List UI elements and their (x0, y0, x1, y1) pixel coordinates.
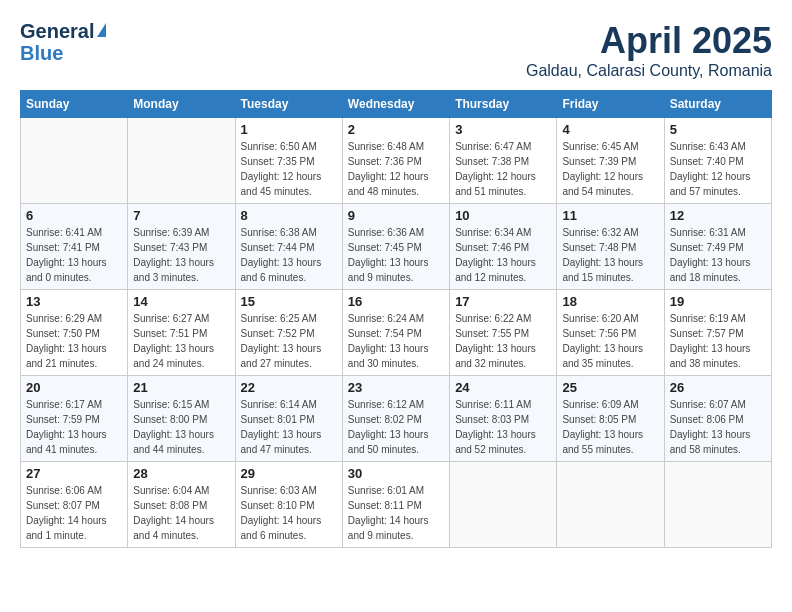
day-info: Sunrise: 6:11 AM Sunset: 8:03 PM Dayligh… (455, 397, 551, 457)
col-header-thursday: Thursday (450, 91, 557, 118)
calendar-subtitle: Galdau, Calarasi County, Romania (526, 62, 772, 80)
logo-text-blue: Blue (20, 42, 63, 64)
day-info: Sunrise: 6:29 AM Sunset: 7:50 PM Dayligh… (26, 311, 122, 371)
day-info: Sunrise: 6:27 AM Sunset: 7:51 PM Dayligh… (133, 311, 229, 371)
day-cell: 29Sunrise: 6:03 AM Sunset: 8:10 PM Dayli… (235, 462, 342, 548)
day-cell: 27Sunrise: 6:06 AM Sunset: 8:07 PM Dayli… (21, 462, 128, 548)
day-cell: 4Sunrise: 6:45 AM Sunset: 7:39 PM Daylig… (557, 118, 664, 204)
day-number: 11 (562, 208, 658, 223)
day-info: Sunrise: 6:01 AM Sunset: 8:11 PM Dayligh… (348, 483, 444, 543)
col-header-sunday: Sunday (21, 91, 128, 118)
day-cell: 26Sunrise: 6:07 AM Sunset: 8:06 PM Dayli… (664, 376, 771, 462)
day-info: Sunrise: 6:39 AM Sunset: 7:43 PM Dayligh… (133, 225, 229, 285)
day-cell: 23Sunrise: 6:12 AM Sunset: 8:02 PM Dayli… (342, 376, 449, 462)
day-info: Sunrise: 6:32 AM Sunset: 7:48 PM Dayligh… (562, 225, 658, 285)
day-number: 26 (670, 380, 766, 395)
day-info: Sunrise: 6:20 AM Sunset: 7:56 PM Dayligh… (562, 311, 658, 371)
day-cell: 18Sunrise: 6:20 AM Sunset: 7:56 PM Dayli… (557, 290, 664, 376)
day-info: Sunrise: 6:17 AM Sunset: 7:59 PM Dayligh… (26, 397, 122, 457)
day-cell: 2Sunrise: 6:48 AM Sunset: 7:36 PM Daylig… (342, 118, 449, 204)
day-cell: 16Sunrise: 6:24 AM Sunset: 7:54 PM Dayli… (342, 290, 449, 376)
day-info: Sunrise: 6:41 AM Sunset: 7:41 PM Dayligh… (26, 225, 122, 285)
day-cell: 11Sunrise: 6:32 AM Sunset: 7:48 PM Dayli… (557, 204, 664, 290)
day-number: 6 (26, 208, 122, 223)
day-number: 21 (133, 380, 229, 395)
day-number: 23 (348, 380, 444, 395)
day-number: 3 (455, 122, 551, 137)
day-info: Sunrise: 6:31 AM Sunset: 7:49 PM Dayligh… (670, 225, 766, 285)
day-number: 17 (455, 294, 551, 309)
day-info: Sunrise: 6:24 AM Sunset: 7:54 PM Dayligh… (348, 311, 444, 371)
day-cell: 14Sunrise: 6:27 AM Sunset: 7:51 PM Dayli… (128, 290, 235, 376)
day-info: Sunrise: 6:38 AM Sunset: 7:44 PM Dayligh… (241, 225, 337, 285)
day-number: 1 (241, 122, 337, 137)
col-header-saturday: Saturday (664, 91, 771, 118)
calendar-title: April 2025 (526, 20, 772, 62)
day-cell: 1Sunrise: 6:50 AM Sunset: 7:35 PM Daylig… (235, 118, 342, 204)
week-row-1: 1Sunrise: 6:50 AM Sunset: 7:35 PM Daylig… (21, 118, 772, 204)
day-info: Sunrise: 6:25 AM Sunset: 7:52 PM Dayligh… (241, 311, 337, 371)
day-info: Sunrise: 6:06 AM Sunset: 8:07 PM Dayligh… (26, 483, 122, 543)
week-row-4: 20Sunrise: 6:17 AM Sunset: 7:59 PM Dayli… (21, 376, 772, 462)
day-info: Sunrise: 6:34 AM Sunset: 7:46 PM Dayligh… (455, 225, 551, 285)
day-info: Sunrise: 6:15 AM Sunset: 8:00 PM Dayligh… (133, 397, 229, 457)
day-number: 20 (26, 380, 122, 395)
page-header: General Blue April 2025 Galdau, Calarasi… (20, 20, 772, 80)
day-number: 24 (455, 380, 551, 395)
day-cell: 8Sunrise: 6:38 AM Sunset: 7:44 PM Daylig… (235, 204, 342, 290)
day-number: 8 (241, 208, 337, 223)
day-number: 22 (241, 380, 337, 395)
day-info: Sunrise: 6:45 AM Sunset: 7:39 PM Dayligh… (562, 139, 658, 199)
day-cell: 6Sunrise: 6:41 AM Sunset: 7:41 PM Daylig… (21, 204, 128, 290)
day-info: Sunrise: 6:04 AM Sunset: 8:08 PM Dayligh… (133, 483, 229, 543)
day-cell: 22Sunrise: 6:14 AM Sunset: 8:01 PM Dayli… (235, 376, 342, 462)
day-info: Sunrise: 6:03 AM Sunset: 8:10 PM Dayligh… (241, 483, 337, 543)
day-number: 28 (133, 466, 229, 481)
day-number: 14 (133, 294, 229, 309)
day-info: Sunrise: 6:09 AM Sunset: 8:05 PM Dayligh… (562, 397, 658, 457)
week-row-3: 13Sunrise: 6:29 AM Sunset: 7:50 PM Dayli… (21, 290, 772, 376)
day-number: 10 (455, 208, 551, 223)
day-cell (664, 462, 771, 548)
day-info: Sunrise: 6:19 AM Sunset: 7:57 PM Dayligh… (670, 311, 766, 371)
day-cell (557, 462, 664, 548)
day-info: Sunrise: 6:36 AM Sunset: 7:45 PM Dayligh… (348, 225, 444, 285)
day-info: Sunrise: 6:47 AM Sunset: 7:38 PM Dayligh… (455, 139, 551, 199)
day-cell: 21Sunrise: 6:15 AM Sunset: 8:00 PM Dayli… (128, 376, 235, 462)
day-number: 16 (348, 294, 444, 309)
day-info: Sunrise: 6:43 AM Sunset: 7:40 PM Dayligh… (670, 139, 766, 199)
day-cell: 20Sunrise: 6:17 AM Sunset: 7:59 PM Dayli… (21, 376, 128, 462)
day-cell: 25Sunrise: 6:09 AM Sunset: 8:05 PM Dayli… (557, 376, 664, 462)
logo-text-general: General (20, 20, 94, 42)
day-info: Sunrise: 6:07 AM Sunset: 8:06 PM Dayligh… (670, 397, 766, 457)
calendar-header-row: SundayMondayTuesdayWednesdayThursdayFrid… (21, 91, 772, 118)
day-cell: 7Sunrise: 6:39 AM Sunset: 7:43 PM Daylig… (128, 204, 235, 290)
col-header-tuesday: Tuesday (235, 91, 342, 118)
calendar-table: SundayMondayTuesdayWednesdayThursdayFrid… (20, 90, 772, 548)
day-cell: 24Sunrise: 6:11 AM Sunset: 8:03 PM Dayli… (450, 376, 557, 462)
day-cell: 10Sunrise: 6:34 AM Sunset: 7:46 PM Dayli… (450, 204, 557, 290)
day-cell: 28Sunrise: 6:04 AM Sunset: 8:08 PM Dayli… (128, 462, 235, 548)
day-info: Sunrise: 6:22 AM Sunset: 7:55 PM Dayligh… (455, 311, 551, 371)
day-number: 29 (241, 466, 337, 481)
day-number: 12 (670, 208, 766, 223)
day-cell: 5Sunrise: 6:43 AM Sunset: 7:40 PM Daylig… (664, 118, 771, 204)
day-info: Sunrise: 6:14 AM Sunset: 8:01 PM Dayligh… (241, 397, 337, 457)
day-cell (450, 462, 557, 548)
col-header-wednesday: Wednesday (342, 91, 449, 118)
day-cell: 9Sunrise: 6:36 AM Sunset: 7:45 PM Daylig… (342, 204, 449, 290)
col-header-friday: Friday (557, 91, 664, 118)
day-info: Sunrise: 6:12 AM Sunset: 8:02 PM Dayligh… (348, 397, 444, 457)
day-number: 30 (348, 466, 444, 481)
day-cell: 13Sunrise: 6:29 AM Sunset: 7:50 PM Dayli… (21, 290, 128, 376)
day-cell (128, 118, 235, 204)
col-header-monday: Monday (128, 91, 235, 118)
day-number: 19 (670, 294, 766, 309)
day-cell: 3Sunrise: 6:47 AM Sunset: 7:38 PM Daylig… (450, 118, 557, 204)
week-row-2: 6Sunrise: 6:41 AM Sunset: 7:41 PM Daylig… (21, 204, 772, 290)
day-number: 4 (562, 122, 658, 137)
day-info: Sunrise: 6:50 AM Sunset: 7:35 PM Dayligh… (241, 139, 337, 199)
day-number: 5 (670, 122, 766, 137)
day-number: 27 (26, 466, 122, 481)
day-cell: 30Sunrise: 6:01 AM Sunset: 8:11 PM Dayli… (342, 462, 449, 548)
